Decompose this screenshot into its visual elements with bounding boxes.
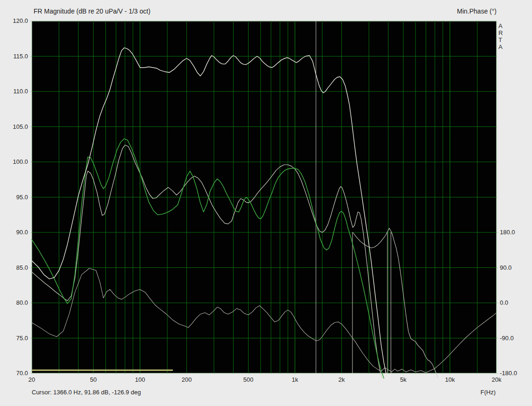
x-tick-label: 500	[235, 376, 262, 384]
page-title: FR Magnitude (dB re 20 uPa/V - 1/3 oct)	[34, 7, 151, 15]
arta-watermark-letter: A	[498, 22, 503, 29]
right-axis-title: Min.Phase (°)	[457, 7, 497, 15]
x-tick-label: 200	[173, 376, 200, 384]
y-left-tick-label: 100.0	[0, 158, 28, 166]
y-right-tick-label: 90.0	[500, 264, 511, 272]
x-tick-label: 2k	[329, 376, 355, 384]
x-tick-label: 10k	[437, 376, 463, 384]
arta-watermark: ARTA	[498, 22, 503, 50]
y-left-tick-label: 90.0	[0, 229, 28, 236]
x-tick-label: 20	[19, 376, 45, 384]
y-right-tick-label: 0.0	[500, 299, 508, 307]
y-left-tick-label: 75.0	[0, 335, 28, 342]
fr-magnitude-plot[interactable]	[0, 0, 532, 406]
arta-watermark-letter: A	[498, 43, 503, 50]
x-tick-label: 50	[80, 376, 106, 384]
y-left-tick-label: 115.0	[0, 53, 28, 60]
y-right-tick-label: -90.0	[500, 335, 514, 342]
y-left-tick-label: 110.0	[0, 88, 28, 95]
y-left-tick-label: 85.0	[0, 264, 28, 272]
x-tick-label: 5k	[390, 376, 416, 384]
x-tick-label: 20k	[484, 376, 510, 384]
y-right-tick-label: 180.0	[500, 229, 515, 236]
arta-watermark-letter: R	[498, 29, 503, 36]
y-left-tick-label: 95.0	[0, 194, 28, 201]
x-axis-title: F(Hz)	[481, 389, 496, 396]
x-tick-label: 100	[127, 376, 153, 384]
arta-window: FR Magnitude (dB re 20 uPa/V - 1/3 oct) …	[0, 0, 532, 406]
y-left-tick-label: 80.0	[0, 299, 28, 307]
y-left-tick-label: 105.0	[0, 123, 28, 131]
y-left-tick-label: 120.0	[0, 17, 28, 25]
arta-watermark-letter: T	[498, 36, 503, 43]
cursor-readout: Cursor: 1366.0 Hz, 91.86 dB, -126.9 deg	[32, 389, 141, 396]
x-tick-label: 1k	[282, 376, 308, 384]
